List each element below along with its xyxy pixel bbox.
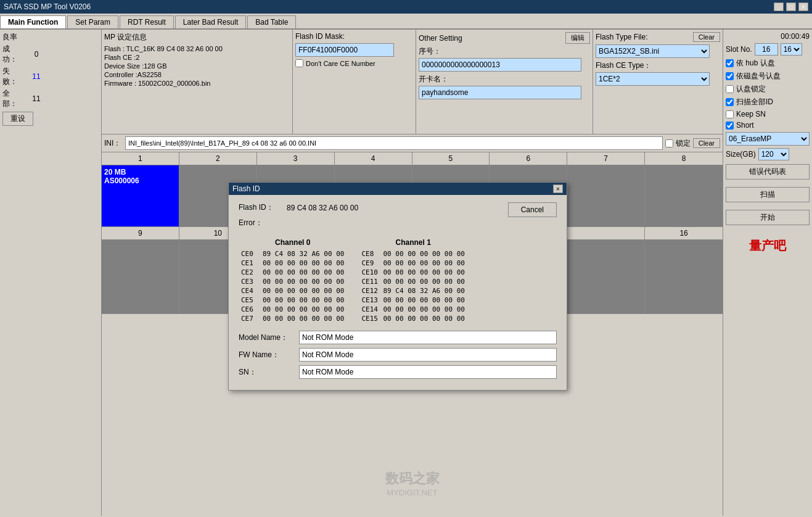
lock-checkbox[interactable] (665, 139, 673, 147)
ce-table-ch1: CE800 00 00 00 00 00 00CE900 00 00 00 00… (359, 249, 467, 323)
slot-no-input[interactable] (755, 43, 778, 56)
reset-button[interactable]: 重设 (2, 112, 33, 126)
flash-type-clear-button[interactable]: Clear (693, 32, 720, 42)
slot1-line2: AS000006 (104, 176, 176, 185)
app-title: SATA SSD MP Tool V0206 (4, 2, 91, 11)
size-label: Size(GB) (726, 150, 756, 159)
table-row: CE500 00 00 00 00 00 00 (239, 296, 347, 305)
slot1-line1: 20 MB (104, 168, 176, 176)
ini-clear-button[interactable]: Clear (693, 138, 720, 148)
slot-no-label: Slot No. (726, 45, 752, 54)
channel0-table: Channel 0 CE089 C4 08 32 A6 00 00CE100 0… (239, 238, 347, 323)
lock-check-row: 锁定 (665, 138, 691, 149)
slot-header-9: 9 (102, 227, 179, 239)
hub-checkbox[interactable] (726, 59, 734, 67)
slot-header-5: 5 (412, 152, 490, 165)
edit-button[interactable]: 编辑 (565, 32, 590, 44)
keep-sn-label: Keep SN (736, 110, 766, 118)
mp-device-size: Device Size :128 GB (104, 62, 290, 70)
disk-check-row: 依磁盘号认盘 (726, 71, 810, 81)
ce-type-select[interactable]: 1CE*2 (596, 72, 710, 86)
sn-input[interactable] (299, 365, 557, 379)
slot-header-8: 8 (645, 152, 723, 165)
total-value: 11 (24, 94, 49, 103)
other-setting-title-row: Other Setting 编辑 (419, 32, 590, 44)
yield-label: 良率 (2, 32, 24, 43)
right-settings-panel: Flash Type File: Clear BGA152X2_SB.ini F… (593, 30, 723, 134)
dialog-titlebar: Flash ID × (229, 183, 567, 195)
lock-disk-checkbox[interactable] (726, 85, 734, 93)
cardname-input[interactable] (419, 86, 581, 99)
ce-type-label: Flash CE Type： (596, 60, 720, 71)
channel1-label: Channel 1 (359, 238, 467, 247)
slot-header-2: 2 (179, 152, 257, 165)
flash-type-label: Flash Type File: (596, 33, 647, 41)
maximize-btn[interactable]: □ (786, 2, 796, 11)
scan-all-row: 扫描全部ID (726, 97, 810, 107)
seq-input[interactable] (419, 58, 581, 72)
scan-all-label: 扫描全部ID (736, 97, 773, 107)
minimize-btn[interactable]: _ (774, 2, 784, 11)
table-row: CE1300 00 00 00 00 00 00 (359, 296, 467, 305)
table-row: CE400 00 00 00 00 00 00 (239, 286, 347, 296)
ini-input[interactable] (125, 136, 663, 150)
dialog-body: Flash ID： 89 C4 08 32 A6 00 00 Error： Ca… (229, 195, 567, 390)
mode-dropdown[interactable]: 06_EraseMP (726, 132, 810, 146)
flash-id-mask-input[interactable] (295, 43, 394, 57)
right-panel: 00:00:49 Slot No. 16 依 hub 认盘 依磁盘号认盘 认盘锁… (723, 30, 812, 516)
dont-care-row: Don't Care CE Number (295, 59, 413, 67)
size-select[interactable]: 120 (758, 148, 789, 160)
fw-input[interactable] (299, 348, 557, 362)
table-row: CE300 00 00 00 00 00 00 (239, 277, 347, 286)
success-value: 0 (24, 50, 49, 59)
flash-type-select[interactable]: BGA152X2_SB.ini (596, 44, 710, 58)
tab-bad-table[interactable]: Bad Table (247, 15, 296, 28)
channel0-label: Channel 0 (239, 238, 347, 247)
window-controls: _ □ × (774, 2, 808, 11)
watermark: 数码之家 MYDIGIT.NET (385, 469, 440, 497)
cardname-label: 开卡名： (419, 74, 590, 85)
scan-all-checkbox[interactable] (726, 98, 734, 106)
slot-cell-1: 20 MB AS000006 (102, 165, 179, 227)
fail-row: 失败： 11 (2, 66, 99, 87)
table-row: CE1100 00 00 00 00 00 00 (359, 277, 467, 286)
slot-no-select[interactable]: 16 (781, 43, 802, 56)
tab-set-param[interactable]: Set Param (67, 15, 118, 28)
watermark-chinese: 数码之家 (385, 469, 440, 488)
dialog-close-button[interactable]: × (553, 184, 563, 193)
left-panel: 良率 成功： 0 失败： 11 全部： 11 重设 (0, 30, 102, 516)
size-row: Size(GB) 120 (726, 148, 810, 160)
slot-no-row: Slot No. 16 (726, 43, 810, 56)
table-row: CE1500 00 00 00 00 00 00 (359, 314, 467, 323)
table-row: CE1400 00 00 00 00 00 00 (359, 305, 467, 314)
model-input[interactable] (299, 331, 557, 344)
start-button[interactable]: 开始 (726, 210, 810, 225)
channel1-table: Channel 1 CE800 00 00 00 00 00 00CE900 0… (359, 238, 467, 323)
slot-header-15 (567, 227, 645, 239)
table-row: CE900 00 00 00 00 00 00 (359, 258, 467, 268)
table-row: CE1000 00 00 00 00 00 00 (359, 268, 467, 277)
sn-row: SN： (239, 365, 557, 379)
slot-cell-9 (102, 240, 179, 314)
disk-checkbox[interactable] (726, 72, 734, 80)
lock-check-row-right: 认盘锁定 (726, 84, 810, 94)
dialog-cancel-button[interactable]: Cancel (508, 202, 557, 217)
keep-sn-row: Keep SN (726, 110, 810, 118)
flash-type-row: Flash Type File: Clear (596, 32, 720, 42)
tab-main-function[interactable]: Main Function (0, 15, 66, 28)
keep-sn-checkbox[interactable] (726, 110, 734, 118)
short-label: Short (736, 121, 754, 130)
hub-check-label: 依 hub 认盘 (736, 58, 775, 68)
tab-rdt-result[interactable]: RDT Result (120, 15, 174, 28)
dont-care-checkbox[interactable] (295, 59, 303, 67)
seq-label: 序号： (419, 46, 590, 57)
scan-button[interactable]: 扫描 (726, 187, 810, 202)
success-row: 成功： 0 (2, 44, 99, 65)
close-btn[interactable]: × (798, 2, 808, 11)
tab-later-bad-result[interactable]: Later Bad Result (175, 15, 246, 28)
error-table-button[interactable]: 错误代码表 (726, 164, 810, 180)
short-checkbox[interactable] (726, 122, 734, 130)
dialog-title: Flash ID (232, 184, 260, 193)
slot-cell-8 (645, 165, 723, 227)
table-row: CE1289 C4 08 32 A6 00 00 (359, 286, 467, 296)
